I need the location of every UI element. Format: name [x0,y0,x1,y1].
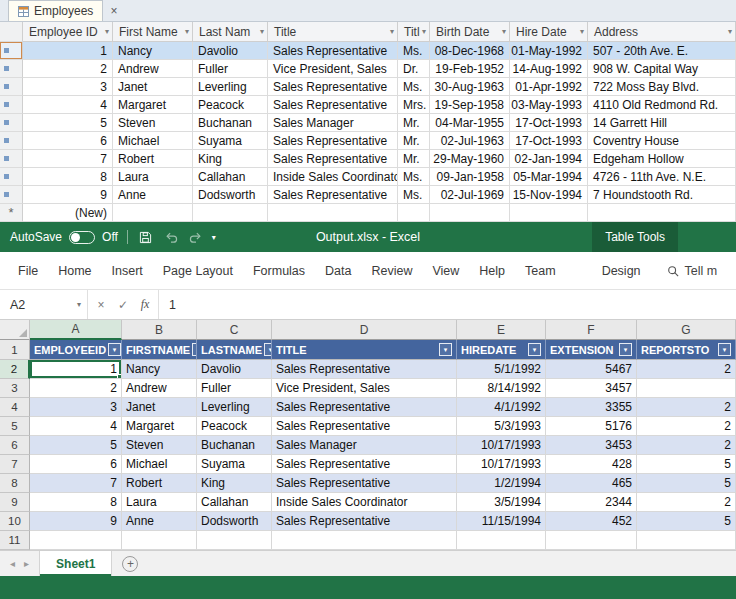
ribbon-tab-page-layout[interactable]: Page Layout [153,252,243,289]
column-letter-c[interactable]: C [197,320,272,340]
cell[interactable] [30,531,122,550]
autosave-toggle[interactable] [69,231,95,244]
table-header-reportsto[interactable]: REPORTSTO▾ [637,340,736,360]
cell[interactable]: 428 [546,455,637,474]
cell[interactable]: Laura [122,493,197,512]
insert-function-icon[interactable]: fx [134,297,156,312]
row-selector[interactable] [0,78,23,96]
tell-me[interactable]: Tell m [667,264,718,278]
cell[interactable] [637,531,736,550]
cell[interactable]: 7 Houndstooth Rd. [588,186,736,204]
cell[interactable]: Edgeham Hollow [588,150,736,168]
cell[interactable]: 3355 [546,398,637,417]
cell[interactable]: 6 [23,132,113,150]
cell[interactable]: 7 [30,474,122,493]
cell[interactable]: Mrs. [398,96,430,114]
cell[interactable] [197,531,272,550]
chevron-down-icon[interactable]: ▾ [185,27,189,36]
cell[interactable] [193,204,268,222]
cell[interactable]: 01-May-1992 [510,42,588,60]
cell[interactable]: Callahan [193,168,268,186]
ribbon-tab-review[interactable]: Review [361,252,422,289]
cell[interactable]: Davolio [193,42,268,60]
cell[interactable]: Vice President, Sales [272,379,457,398]
cell[interactable]: Nancy [113,42,193,60]
cell[interactable] [398,204,430,222]
cell[interactable]: Michael [113,132,193,150]
cell[interactable]: Peacock [193,96,268,114]
cell[interactable]: 3 [23,78,113,96]
cell[interactable]: Sales Representative [268,78,398,96]
cell[interactable]: 722 Moss Bay Blvd. [588,78,736,96]
cell[interactable] [510,204,588,222]
column-header-last-name[interactable]: Last Nam▾ [193,22,268,42]
cell[interactable]: 29-May-1960 [430,150,510,168]
chevron-down-icon[interactable]: ▾ [77,300,81,309]
table-header-extension[interactable]: EXTENSION▾ [546,340,637,360]
column-letter-a[interactable]: A [30,320,122,340]
column-header-birth-date[interactable]: Birth Date▾ [430,22,510,42]
table-header-firstname[interactable]: FIRSTNAME▾ [122,340,197,360]
cell[interactable]: 5467 [546,360,637,379]
cell[interactable]: 08-Dec-1968 [430,42,510,60]
chevron-down-icon[interactable]: ▾ [105,27,109,36]
cell[interactable] [272,531,457,550]
cell[interactable]: Margaret [113,96,193,114]
cell[interactable] [637,379,736,398]
undo-icon[interactable] [162,228,180,246]
cell[interactable]: 19-Feb-1952 [430,60,510,78]
ribbon-tab-view[interactable]: View [422,252,469,289]
cell[interactable]: Buchanan [193,114,268,132]
chevron-down-icon[interactable]: ▾ [502,27,506,36]
cell[interactable]: King [197,474,272,493]
cell[interactable]: Sales Representative [272,512,457,531]
cell[interactable]: 01-Apr-1992 [510,78,588,96]
cell[interactable]: Janet [113,78,193,96]
row-header[interactable]: 6 [0,436,30,455]
cell[interactable]: 1 [30,360,122,379]
column-letter-f[interactable]: F [546,320,637,340]
row-header[interactable]: 5 [0,417,30,436]
cell[interactable]: Coventry House [588,132,736,150]
cell[interactable]: 3457 [546,379,637,398]
cell[interactable]: 2 [637,493,736,512]
row-selector[interactable] [0,42,23,60]
new-sheet-button[interactable]: + [122,556,138,572]
column-header-title[interactable]: Title▾ [268,22,398,42]
row-selector[interactable] [0,114,23,132]
cell[interactable]: 9 [30,512,122,531]
cell[interactable]: Nancy [122,360,197,379]
cell[interactable]: Michael [122,455,197,474]
ribbon-tab-home[interactable]: Home [48,252,101,289]
cell[interactable] [546,531,637,550]
chevron-down-icon[interactable]: ▾ [260,27,264,36]
row-header[interactable]: 3 [0,379,30,398]
table-header-hiredate[interactable]: HIREDATE▾ [457,340,546,360]
ribbon-tab-file[interactable]: File [8,252,48,289]
ribbon-tab-data[interactable]: Data [315,252,361,289]
cell[interactable]: 1 [23,42,113,60]
cell[interactable] [457,531,546,550]
cell[interactable]: 3/5/1994 [457,493,546,512]
name-box[interactable]: A2 ▾ [0,290,88,319]
cell[interactable]: Anne [122,512,197,531]
row-header[interactable]: 4 [0,398,30,417]
select-all-corner[interactable] [0,22,23,42]
row-selector[interactable] [0,60,23,78]
cell[interactable]: Sales Manager [268,114,398,132]
select-all-button[interactable] [0,320,30,340]
cell[interactable]: 8 [30,493,122,512]
column-letter-g[interactable]: G [637,320,736,340]
cell[interactable]: Robert [122,474,197,493]
cell[interactable]: Davolio [197,360,272,379]
new-record-selector[interactable]: * [0,204,23,222]
ribbon-tab-team[interactable]: Team [515,252,566,289]
cell[interactable]: 02-Jan-1994 [510,150,588,168]
cell[interactable]: Sales Representative [268,186,398,204]
cell[interactable]: 6 [30,455,122,474]
column-header-title-of-courtesy[interactable]: Titl▾ [398,22,430,42]
cell[interactable]: Dodsworth [197,512,272,531]
ribbon-tab-help[interactable]: Help [469,252,515,289]
cell[interactable]: 465 [546,474,637,493]
save-icon[interactable] [137,228,155,246]
